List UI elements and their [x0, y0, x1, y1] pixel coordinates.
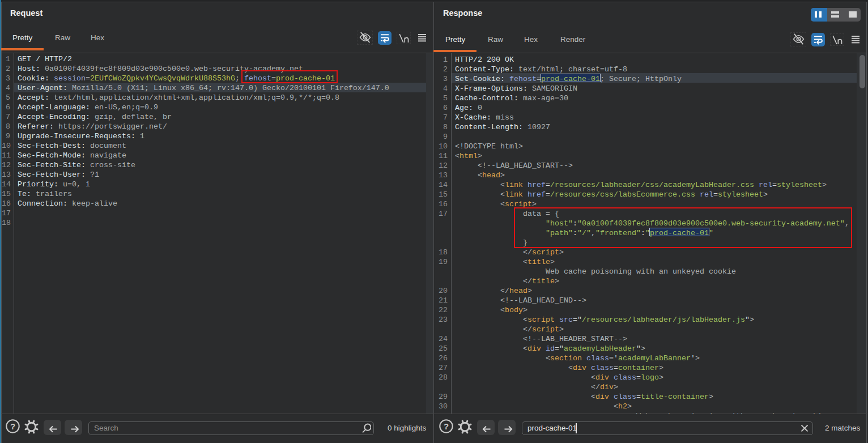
svg-text:?: ? — [10, 421, 15, 431]
svg-text:?: ? — [444, 421, 449, 431]
